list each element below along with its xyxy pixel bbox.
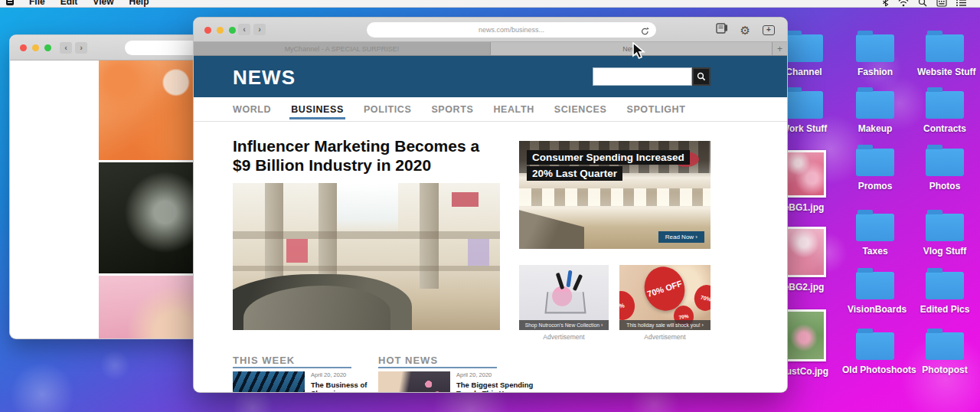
site-header: NEWS [194,56,787,97]
new-window-icon[interactable]: + [763,25,775,35]
keyboard-viewer-icon[interactable] [936,0,947,7]
bluetooth-icon[interactable] [882,0,889,7]
desktop-folder-taxes[interactable]: Taxes [848,214,903,257]
forward-button[interactable]: › [253,24,266,35]
menu-help[interactable]: Help [129,0,149,7]
desktop-folder-fashion[interactable]: Fashion [848,34,903,77]
search-button[interactable] [692,67,710,86]
search-icon[interactable] [918,0,927,7]
tab-mychannel[interactable]: MyChannel - A SPECIAL SURPRISE! [194,42,491,55]
menu-view[interactable]: View [93,0,113,7]
folder-label: Makeup [848,123,903,134]
advertisement-label: Advertisement [519,333,609,341]
article-item[interactable]: April 20, 2020 The Business of Shopping [311,371,381,393]
back-button[interactable]: ‹ [60,42,72,54]
folder-label: Edited Pics [917,304,972,315]
photo-orange-portrait[interactable] [99,60,206,160]
folder-icon [856,91,894,119]
search-input[interactable] [593,67,692,86]
site-logo: NEWS [233,66,296,90]
read-now-button[interactable]: Read Now › [658,231,704,243]
nav-item-world[interactable]: WORLD [233,104,271,115]
folder-icon [856,272,894,299]
desktop-folder-website-stuff[interactable]: Website Stuff [917,34,972,77]
ad-makeup-collection[interactable]: Shop Nutrocon's New Collection › [519,265,609,330]
folder-icon [856,332,894,360]
article-date: April 20, 2020 [311,371,381,378]
news-webpage: NEWS WORLD BUSINESS POLITICS SPORTS HEAL… [194,56,787,393]
folder-icon [926,272,964,299]
nav-item-spotlight[interactable]: SPOTLIGHT [626,104,685,115]
ad-caption[interactable]: This holiday sale will shock you! › [619,320,710,330]
folder-label: Contracts [917,123,972,134]
zoom-button[interactable] [229,27,236,34]
tab-title: MyChannel - A SPECIAL SURPRISE! [285,45,400,53]
folder-label: Vlog Stuff [917,246,972,257]
desktop-folder-edited-pics[interactable]: Edited Pics [917,272,972,315]
settings-gear-icon[interactable]: ⚙ [740,25,750,36]
desktop-folder-promos[interactable]: Promos [848,149,903,191]
folder-icon [856,34,894,62]
advertisement-label: Advertisement [619,333,710,341]
photo-night-dance[interactable] [99,162,206,273]
folder-icon [926,91,964,119]
photo-pink-hat-selfie[interactable] [99,276,206,339]
article-thumb-keyboard[interactable] [233,371,305,393]
folder-label: Website Stuff [917,67,972,77]
folder-label: Old Photoshoots [842,365,908,375]
nav-item-business[interactable]: BUSINESS [291,104,344,115]
folder-label: Photos [917,181,972,191]
folder-label: Taxes [848,246,903,257]
section-title-this-week: THIS WEEK [233,355,295,366]
tab-bar[interactable]: MyChannel - A SPECIAL SURPRISE! News + [194,42,787,56]
desktop-folder-photopost[interactable]: Photopost [917,332,972,375]
menu-bar: File Edit View Help [0,0,980,8]
article-date: April 20, 2020 [456,371,542,378]
new-tab-button[interactable]: + [773,42,787,55]
close-button[interactable] [204,27,211,34]
front-window-titlebar[interactable]: ‹ › news.com/business... ⚙ + [194,18,787,42]
ad-holiday-sale[interactable]: 70% OFF % 70% 70% This holiday sale will… [619,265,710,330]
folder-label: Fashion [848,67,903,77]
minimize-button[interactable] [32,44,39,51]
app-logo-icon[interactable] [6,0,14,5]
menu-file[interactable]: File [29,0,45,7]
site-search[interactable] [593,67,710,86]
close-button[interactable] [20,44,27,51]
nav-item-politics[interactable]: POLITICS [364,104,411,115]
article-title[interactable]: The Business of Shopping [311,381,381,393]
banner-ad-consumer-spending[interactable]: Consumer Spending Increased 20% Last Qua… [519,141,710,249]
ad-headline: Consumer Spending Increased 20% Last Qua… [527,150,690,182]
article-thumb-makeup[interactable] [378,371,450,393]
desktop-folder-contracts[interactable]: Contracts [917,91,972,134]
folder-icon [926,332,964,360]
desktop-folder-vlog-stuff[interactable]: Vlog Stuff [917,214,972,257]
ad-caption[interactable]: Shop Nutrocon's New Collection › [519,320,609,330]
desktop-folder-makeup[interactable]: Makeup [848,91,903,134]
folder-label: Photopost [917,365,972,375]
desktop-folder-visionboards[interactable]: VisionBoards [848,272,903,315]
article-item[interactable]: April 20, 2020 The Biggest Spending Tren… [456,371,542,393]
reload-icon[interactable] [641,25,649,39]
zoom-button[interactable] [44,44,51,51]
menu-list-icon[interactable] [956,0,966,7]
reading-list-icon[interactable] [716,23,728,37]
article-headline[interactable]: Influencer Marketing Becomes a $9 Billio… [233,137,498,175]
folder-icon [926,149,964,176]
nav-item-sports[interactable]: SPORTS [431,104,473,115]
menu-edit[interactable]: Edit [60,0,78,7]
nav-item-health[interactable]: HEALTH [493,104,534,115]
desktop-folder-old-photoshoots[interactable]: Old Photoshoots [842,332,908,375]
forward-button[interactable]: › [75,42,87,54]
article-title[interactable]: The Biggest Spending Trends This Year [456,381,542,393]
nav-item-sciences[interactable]: SCIENCES [554,104,607,115]
folder-icon [856,149,894,176]
address-bar[interactable]: news.com/business... [367,22,656,38]
desktop-folder-photos[interactable]: Photos [917,149,972,191]
url-text: news.com/business... [479,26,544,34]
front-browser-window[interactable]: ‹ › news.com/business... ⚙ + MyChannel -… [193,17,788,393]
image-file-thumbnail [782,227,826,277]
wifi-icon[interactable] [898,0,909,7]
minimize-button[interactable] [217,27,224,34]
back-button[interactable]: ‹ [238,24,250,35]
